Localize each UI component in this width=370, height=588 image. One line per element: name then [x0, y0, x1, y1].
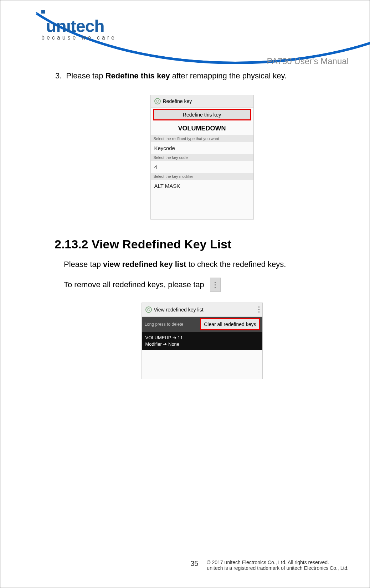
screenshot-redefine-key: Redefine key Redefine this key VOLUMEDOW… [150, 95, 254, 220]
label-key-code: Select the key code [151, 154, 253, 161]
arrow-right-icon: ➔ [163, 341, 167, 347]
more-menu-icon[interactable] [258, 306, 259, 313]
map-modifier-value: None [168, 341, 179, 347]
more-menu-icon[interactable] [210, 278, 221, 292]
copyright-line-1: © 2017 unitech Electronics Co., Ltd. All… [207, 559, 329, 565]
section-heading: 2.13.2 View Redefined Key List [55, 237, 349, 251]
value-key-modifier[interactable]: ALT MASK [151, 180, 253, 192]
section-line-1: Please tap view redefined key list to ch… [64, 260, 349, 269]
screenshot2-titlebar: View redefined key list [142, 303, 262, 317]
vertical-dots-icon [258, 306, 259, 313]
line1-bold: view redefined key list [103, 260, 186, 269]
screenshot2-title: View redefined key list [154, 307, 204, 313]
page-content: 3. Please tap Redefine this key after re… [55, 71, 349, 379]
map-key-name: VOLUMEUP [145, 335, 171, 340]
copyright-line-2: unitech is a registered trademark of uni… [207, 565, 349, 571]
screenshot2-action-row: Long press to delete Clear all redefined… [142, 317, 262, 332]
step-prefix: Please tap [66, 71, 106, 80]
document-title: PA730 User's Manual [267, 56, 349, 66]
step-bold: Redefine this key [106, 71, 170, 80]
vertical-dots-icon [215, 282, 216, 288]
screenshot-view-redefined-list: View redefined key list Long press to de… [142, 303, 263, 379]
step-suffix: after remapping the physical key. [170, 71, 287, 80]
brand-logo: unıtech because we care [41, 19, 117, 41]
page-footer: 35 © 2017 unitech Electronics Co., Ltd. … [190, 559, 349, 571]
page-number: 35 [190, 559, 198, 568]
long-press-hint: Long press to delete [142, 318, 186, 330]
section-line-2: To remove all redefined keys, please tap [64, 278, 349, 292]
line1-post: to check the redefined keys. [189, 260, 286, 269]
screenshot2-empty-area [142, 350, 262, 379]
value-key-code[interactable]: 4 [151, 161, 253, 173]
screenshot1-title: Redefine key [163, 98, 192, 104]
clear-all-redefined-keys-button[interactable]: Clear all redefined keys [200, 318, 260, 330]
page-header: unıtech because we care PA730 User's Man… [0, 0, 370, 68]
selected-key-label: VOLUMEDOWN [151, 122, 253, 135]
gear-icon [145, 306, 152, 313]
value-redefined-type[interactable]: Keycode [151, 142, 253, 154]
map-modifier-label: Modifier [145, 341, 162, 347]
line1-pre: Please tap [64, 260, 101, 269]
logo-tagline: because we care [41, 35, 117, 41]
redefined-key-row[interactable]: VOLUMEUP ➔ 11 Modifier ➔ None [142, 332, 262, 350]
logo-text: unıtech [46, 19, 104, 34]
screenshot1-titlebar: Redefine key [151, 95, 253, 108]
gear-icon [154, 98, 161, 104]
redefine-this-key-button[interactable]: Redefine this key [153, 109, 251, 120]
arrow-right-icon: ➔ [173, 335, 176, 341]
label-redefined-type: Select the redfined type that you want [151, 135, 253, 142]
line2-text: To remove all redefined keys, please tap [64, 280, 204, 289]
step-number: 3. [55, 71, 62, 80]
map-key-value: 11 [178, 335, 183, 340]
step-3-text: 3. Please tap Redefine this key after re… [55, 71, 349, 81]
label-key-modifier: Select the key modifier [151, 173, 253, 180]
